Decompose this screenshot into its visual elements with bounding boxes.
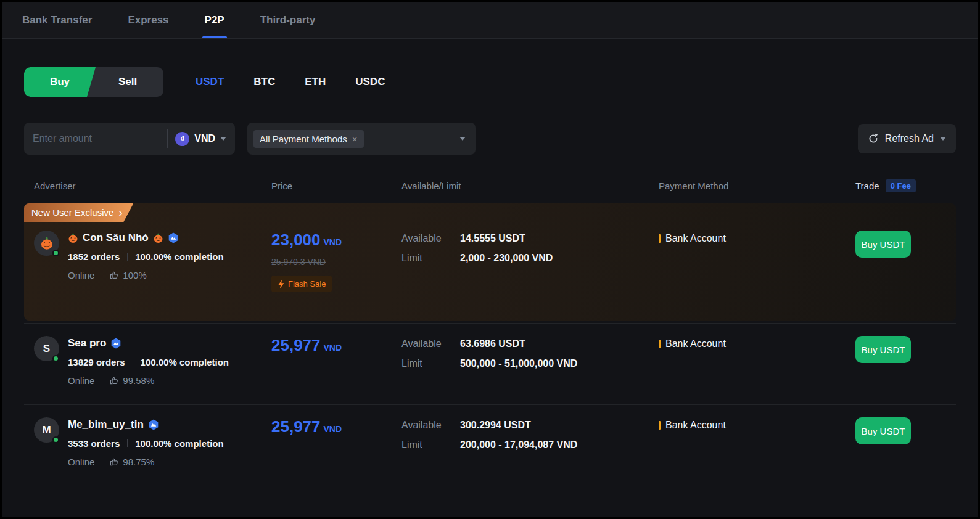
price-value: 25,977 — [271, 336, 321, 354]
amount-input[interactable] — [33, 133, 160, 144]
dong-currency-icon: ₫ — [175, 132, 189, 146]
advertiser-cell: S Sea pro 13829 orders 100.00% completio… — [24, 336, 271, 386]
tab-bank-transfer[interactable]: Bank Transfer — [22, 2, 92, 38]
divider — [133, 358, 133, 366]
price-old: 25,970.3 VND — [271, 257, 401, 267]
available-value: 300.2994 USDT — [460, 420, 659, 431]
available-label: Available — [401, 233, 460, 244]
online-dot — [52, 250, 59, 256]
verified-badge-icon — [168, 232, 179, 243]
limit-value: 200,000 - 17,094,087 VND — [460, 439, 659, 451]
chevron-right-icon: › — [118, 210, 122, 216]
limit-value: 500,000 - 51,000,000 VND — [460, 358, 659, 369]
advertiser-name[interactable]: Sea pro — [68, 337, 229, 349]
tab-express[interactable]: Express — [128, 2, 168, 38]
pumpkin-icon — [153, 233, 163, 243]
available-value: 63.6986 USDT — [460, 338, 659, 349]
limit-label: Limit — [401, 358, 460, 369]
rating-value: 100% — [123, 270, 146, 280]
price-unit: VND — [324, 424, 342, 434]
advertiser-stats: 3533 orders 100.00% completion — [68, 438, 224, 449]
price-cell: 25,977VND — [271, 336, 401, 355]
action-cell: Buy USDT — [855, 231, 956, 258]
new-user-exclusive-badge[interactable]: New User Exclusive › — [24, 203, 133, 222]
avatar-letter: M — [42, 424, 51, 436]
coin-tabs: USDT BTC ETH USDC — [196, 76, 385, 88]
avatar-letter: S — [43, 343, 50, 355]
trade-label: Trade — [855, 181, 879, 191]
buy-usdt-button[interactable]: Buy USDT — [855, 417, 911, 444]
advertiser-name[interactable]: Con Sâu Nhỏ — [68, 232, 224, 244]
advertiser-status: Online 98.75% — [68, 457, 224, 467]
payment-method-filter[interactable]: All Payment Methods × — [247, 123, 476, 155]
online-status: Online — [68, 270, 94, 280]
limit-label: Limit — [401, 439, 460, 451]
online-dot — [52, 355, 59, 362]
currency-label: VND — [194, 133, 215, 144]
available-limit-cell: Available 14.5555 USDT Limit 2,000 - 230… — [401, 233, 659, 264]
divider — [127, 439, 128, 447]
limit-label: Limit — [401, 253, 460, 264]
rating: 98.75% — [110, 457, 154, 467]
price-value: 23,000 — [271, 231, 321, 249]
currency-selector[interactable]: ₫ VND — [175, 132, 226, 146]
avatar[interactable]: M — [34, 417, 59, 443]
payment-method-name: Bank Account — [665, 420, 726, 431]
rating-value: 98.75% — [123, 457, 154, 467]
completion-rate: 100.00% completion — [141, 357, 229, 367]
payment-method-cell: Bank Account — [659, 338, 855, 349]
buy-toggle-button[interactable]: Buy — [24, 67, 96, 97]
verified-badge-icon — [148, 419, 159, 430]
advertiser-cell: M Me_bim_uy_tin 3533 orders 100.00% comp… — [24, 417, 271, 467]
coin-tab-usdc[interactable]: USDC — [355, 76, 385, 88]
online-dot — [52, 436, 59, 443]
coin-tab-usdt[interactable]: USDT — [196, 76, 224, 88]
available-limit-cell: Available 63.6986 USDT Limit 500,000 - 5… — [401, 338, 659, 369]
buy-usdt-button[interactable]: Buy USDT — [855, 336, 911, 363]
orders-count: 13829 orders — [68, 357, 125, 367]
remove-filter-icon[interactable]: × — [352, 134, 358, 144]
advertiser-stats: 1852 orders 100.00% completion — [68, 251, 224, 262]
promo-label: New User Exclusive — [31, 207, 113, 218]
flash-sale-badge: Flash Sale — [271, 276, 332, 292]
payment-method-cell: Bank Account — [659, 420, 855, 431]
online-status: Online — [68, 375, 94, 386]
price-value: 25,977 — [271, 417, 321, 436]
top-navigation: Bank Transfer Express P2P Third-party — [2, 2, 978, 39]
buy-usdt-button[interactable]: Buy USDT — [855, 231, 911, 258]
payment-filter-chip[interactable]: All Payment Methods × — [253, 130, 364, 148]
offer-row: S Sea pro 13829 orders 100.00% completio… — [24, 323, 956, 405]
rating-value: 99.58% — [123, 375, 154, 386]
coin-tab-btc[interactable]: BTC — [253, 76, 275, 88]
action-cell: Buy USDT — [855, 417, 956, 444]
sell-toggle-button[interactable]: Sell — [92, 67, 163, 97]
coin-tab-eth[interactable]: ETH — [305, 76, 326, 88]
refresh-ad-button[interactable]: Refresh Ad — [858, 124, 956, 153]
completion-rate: 100.00% completion — [135, 438, 223, 449]
thumbs-up-icon — [110, 457, 119, 467]
chevron-down-icon — [220, 137, 226, 141]
offer-row: New User Exclusive › Con Sâu Nhỏ — [24, 203, 956, 321]
payment-color-bar — [659, 340, 661, 348]
payment-method-cell: Bank Account — [659, 233, 855, 244]
divider — [127, 253, 128, 261]
action-cell: Buy USDT — [855, 336, 956, 363]
completion-rate: 100.00% completion — [135, 251, 223, 262]
available-limit-cell: Available 300.2994 USDT Limit 200,000 - … — [401, 420, 659, 451]
header-payment-method: Payment Method — [659, 181, 855, 191]
verified-badge-icon — [110, 338, 121, 349]
tab-p2p[interactable]: P2P — [205, 2, 224, 38]
avatar[interactable] — [34, 231, 59, 256]
refresh-icon — [868, 133, 879, 144]
advertiser-name[interactable]: Me_bim_uy_tin — [68, 419, 224, 431]
price-cell: 23,000VND 25,970.3 VND Flash Sale — [271, 231, 401, 292]
available-label: Available — [401, 338, 460, 349]
orders-count: 3533 orders — [68, 438, 120, 449]
table-header: Advertiser Price Available/Limit Payment… — [24, 179, 956, 194]
orders-count: 1852 orders — [68, 251, 120, 262]
divider — [102, 377, 102, 385]
price-unit: VND — [324, 343, 342, 353]
avatar[interactable]: S — [34, 336, 59, 361]
available-value: 14.5555 USDT — [460, 233, 659, 244]
tab-third-party[interactable]: Third-party — [260, 2, 316, 38]
